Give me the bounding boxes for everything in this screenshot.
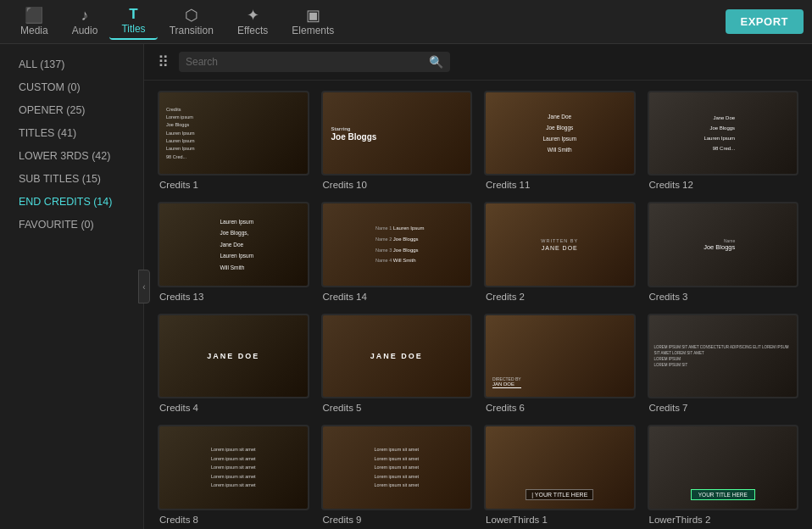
grid-item-credits8[interactable]: Lorem ipsum sit ametLorem ipsum sit amet… — [158, 425, 309, 524]
effects-icon: ✦ — [247, 8, 259, 23]
main-row: ALL (137) CUSTOM (0) OPENER (25) TITLES … — [0, 44, 812, 529]
item-label-credits4: Credits 4 — [158, 403, 309, 413]
topbar: ⬛ Media ♪ Audio T Titles ⬡ Transition ✦ … — [0, 0, 812, 44]
search-wrapper: 🔍 — [179, 52, 450, 72]
sidebar: ALL (137) CUSTOM (0) OPENER (25) TITLES … — [0, 44, 144, 529]
nav-titles[interactable]: T Titles — [109, 3, 157, 40]
grid-item-credits12[interactable]: Jane DoeJoe BloggsLauren Ipsum98 Cred...… — [648, 91, 799, 190]
sidebar-item-titles[interactable]: TITLES (41) — [3, 122, 140, 144]
grid-scroll: CreditsLorem ipsumJoe BloggsLauren Ipsum… — [144, 81, 812, 529]
item-label-credits3: Credits 3 — [648, 292, 799, 302]
titles-icon: T — [129, 7, 137, 21]
content-toolbar: ⠿ 🔍 — [144, 44, 812, 81]
nav-elements[interactable]: ▣ Elements — [280, 4, 346, 40]
search-input[interactable] — [186, 56, 424, 68]
sidebar-item-favourite[interactable]: FAVOURITE (0) — [3, 214, 140, 236]
item-label-credits14: Credits 14 — [321, 292, 473, 302]
item-label-lowerthirds1: LowerThirds 1 — [484, 515, 636, 525]
nav-audio[interactable]: ♪ Audio — [60, 4, 110, 40]
item-label-lowerthirds2: LowerThirds 2 — [648, 515, 799, 525]
grid-item-credits6[interactable]: DIRECTED BY JAN DOE Credits 6 — [484, 314, 636, 413]
grid-item-credits7[interactable]: LOREM IPSUM SIT AMET CONSECTETUR ADIPISC… — [648, 314, 799, 413]
nav-media[interactable]: ⬛ Media — [8, 4, 60, 40]
media-icon: ⬛ — [25, 8, 43, 23]
export-button[interactable]: EXPORT — [726, 9, 804, 34]
grid-item-credits2[interactable]: WRITTEN BY JANE DOE Credits 2 — [484, 202, 636, 301]
sidebar-item-endcredits[interactable]: END CREDITS (14) — [3, 191, 140, 213]
item-label-credits11: Credits 11 — [484, 180, 636, 190]
grid-item-credits9[interactable]: Lorem ipsum sit ametLorem ipsum sit amet… — [321, 425, 473, 524]
item-label-credits13: Credits 13 — [158, 292, 309, 302]
sidebar-item-subtitles[interactable]: SUB TITLES (15) — [3, 168, 140, 190]
item-label-credits10: Credits 10 — [321, 180, 473, 190]
grid-item-credits10[interactable]: Starring Joe Bloggs Credits 10 — [321, 91, 473, 190]
content-area: ⠿ 🔍 CreditsLorem ipsumJoe BloggsLauren I… — [144, 44, 812, 529]
sidebar-item-opener[interactable]: OPENER (25) — [3, 99, 140, 121]
nav-transition[interactable]: ⬡ Transition — [158, 4, 225, 40]
sidebar-item-lower3rds[interactable]: LOWER 3RDS (42) — [3, 145, 140, 167]
grid-item-credits5[interactable]: JANE DOE Credits 5 — [321, 314, 473, 413]
item-label-credits7: Credits 7 — [648, 403, 799, 413]
grid-item-credits4[interactable]: JANE DOE Credits 4 — [158, 314, 309, 413]
item-label-credits12: Credits 12 — [648, 180, 799, 190]
item-label-credits1: Credits 1 — [158, 180, 309, 190]
sidebar-collapse-arrow[interactable]: ‹ — [138, 270, 150, 303]
item-label-credits5: Credits 5 — [321, 403, 473, 413]
nav-effects[interactable]: ✦ Effects — [225, 4, 280, 40]
search-button[interactable]: 🔍 — [429, 55, 443, 69]
item-label-credits8: Credits 8 — [158, 515, 309, 525]
grid-item-credits13[interactable]: Lauren IpsumJoe Bloggs,Jane DoeLauren Ip… — [158, 202, 309, 301]
thumbnail-grid: CreditsLorem ipsumJoe BloggsLauren Ipsum… — [158, 91, 798, 529]
sidebar-item-all[interactable]: ALL (137) — [3, 53, 140, 75]
item-label-credits2: Credits 2 — [484, 292, 636, 302]
grid-item-credits3[interactable]: Name Joe Bloggs Credits 3 — [648, 202, 799, 301]
grid-item-lowerthirds2[interactable]: YOUR TITLE HERE LowerThirds 2 — [648, 425, 799, 524]
grid-item-credits11[interactable]: Jane DoeJoe BloggsLauren IpsumWill Smith… — [484, 91, 636, 190]
elements-icon: ▣ — [306, 8, 320, 23]
transition-icon: ⬡ — [185, 8, 198, 23]
grid-view-button[interactable]: ⠿ — [154, 51, 172, 73]
grid-item-lowerthirds1[interactable]: | YOUR TITLE HERE LowerThirds 1 — [484, 425, 636, 524]
grid-item-credits1[interactable]: CreditsLorem ipsumJoe BloggsLauren Ipsum… — [158, 91, 309, 190]
item-label-credits9: Credits 9 — [321, 515, 473, 525]
audio-icon: ♪ — [81, 8, 89, 23]
item-label-credits6: Credits 6 — [484, 403, 636, 413]
sidebar-item-custom[interactable]: CUSTOM (0) — [3, 76, 140, 98]
grid-item-credits14[interactable]: Name 1 Lauren Ipsum Name 2 Joe Bloggs Na… — [321, 202, 473, 301]
lower-thirds-bar-1: | YOUR TITLE HERE — [526, 489, 593, 500]
